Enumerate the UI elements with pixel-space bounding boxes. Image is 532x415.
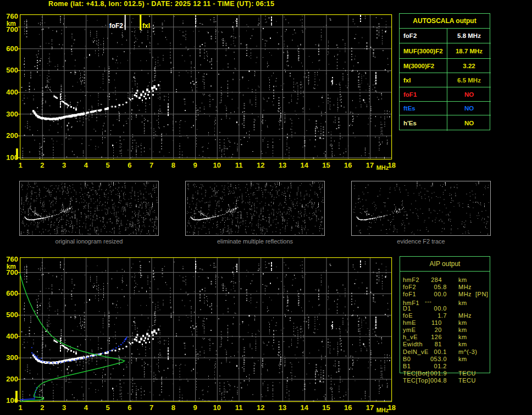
svg-text:10: 10 — [213, 161, 221, 169]
svg-text:4: 4 — [84, 403, 88, 412]
svg-text:12: 12 — [257, 403, 264, 412]
svg-text:200: 200 — [6, 375, 18, 383]
svg-text:700: 700 — [6, 25, 18, 34]
svg-text:300: 300 — [6, 110, 18, 118]
svg-text:1: 1 — [18, 161, 22, 169]
svg-text:5: 5 — [106, 161, 109, 169]
svg-text:500: 500 — [6, 311, 18, 319]
svg-text:10: 10 — [213, 403, 221, 412]
svg-text:500: 500 — [6, 66, 18, 74]
svg-text:16: 16 — [344, 161, 352, 169]
svg-text:400: 400 — [6, 332, 18, 340]
svg-text:evidence F2 trace: evidence F2 trace — [397, 238, 445, 245]
svg-text:300: 300 — [6, 353, 18, 362]
svg-text:12: 12 — [257, 161, 264, 169]
svg-text:16: 16 — [344, 403, 352, 412]
svg-text:3: 3 — [62, 403, 66, 412]
svg-text:9: 9 — [193, 403, 197, 412]
svg-text:MHz: MHz — [376, 407, 389, 413]
svg-text:3: 3 — [62, 161, 66, 169]
svg-text:18: 18 — [388, 161, 396, 169]
svg-text:5: 5 — [106, 403, 109, 412]
svg-text:700: 700 — [6, 268, 18, 276]
svg-text:original ionogram resized: original ionogram resized — [56, 238, 123, 245]
svg-text:MHz: MHz — [376, 164, 389, 171]
svg-text:13: 13 — [279, 403, 286, 412]
svg-text:eliminate multiple reflections: eliminate multiple reflections — [217, 238, 293, 245]
svg-text:2: 2 — [40, 161, 44, 169]
svg-text:600: 600 — [6, 45, 18, 53]
svg-text:600: 600 — [6, 289, 18, 297]
svg-text:13: 13 — [279, 161, 286, 169]
svg-text:4: 4 — [84, 161, 88, 169]
svg-text:7: 7 — [149, 161, 153, 169]
svg-text:15: 15 — [322, 161, 330, 169]
svg-text:2: 2 — [40, 403, 44, 412]
svg-text:11: 11 — [235, 403, 243, 412]
svg-text:760: 760 — [6, 12, 18, 20]
svg-text:400: 400 — [6, 88, 18, 96]
svg-text:9: 9 — [193, 161, 197, 169]
svg-text:foF2: foF2 — [109, 22, 124, 30]
svg-text:100: 100 — [6, 153, 18, 162]
svg-text:8: 8 — [171, 161, 175, 169]
svg-text:17: 17 — [366, 161, 374, 169]
svg-text:8: 8 — [171, 403, 175, 412]
svg-text:14: 14 — [301, 161, 309, 169]
svg-text:6: 6 — [128, 161, 131, 169]
svg-text:17: 17 — [366, 403, 374, 412]
svg-text:fxl: fxl — [142, 22, 150, 30]
svg-text:18: 18 — [388, 403, 396, 412]
svg-text:11: 11 — [235, 161, 243, 169]
svg-text:7: 7 — [149, 403, 153, 412]
svg-text:760: 760 — [6, 255, 18, 263]
svg-text:14: 14 — [301, 403, 309, 412]
svg-text:200: 200 — [6, 131, 18, 140]
svg-text:1: 1 — [18, 403, 22, 412]
svg-text:6: 6 — [128, 403, 131, 412]
svg-text:15: 15 — [322, 403, 330, 412]
